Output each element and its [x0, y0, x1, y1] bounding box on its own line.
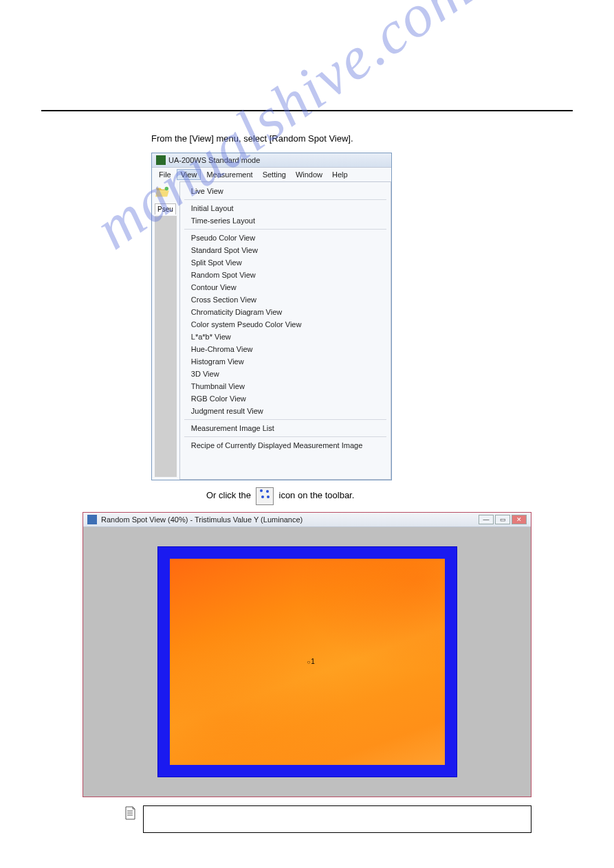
menu-bar: File View Measurement Setting Window Hel… [152, 168, 391, 181]
random-spot-toolbar-icon[interactable] [256, 487, 274, 505]
minimize-button[interactable]: — [479, 515, 494, 524]
dd-color-system-pseudo-color-view[interactable]: Color system Pseudo Color View [180, 318, 391, 331]
rsv-outer-frame: 1 [157, 546, 457, 777]
toolbar-text-before: Or click the [206, 490, 254, 500]
menu-help[interactable]: Help [328, 169, 352, 180]
dd-initial-layout[interactable]: Initial Layout [180, 202, 391, 214]
window-title: UA-200WS Standard mode [168, 156, 260, 164]
dd-histogram-view[interactable]: Histogram View [180, 355, 391, 368]
rsv-viewport: 1 [83, 527, 531, 797]
tab-pseudo[interactable]: Pseu [155, 203, 176, 214]
dd-measurement-image-list[interactable]: Measurement Image List [180, 422, 391, 434]
screenshot-view-menu: UA-200WS Standard mode File View Measure… [151, 153, 573, 480]
menu-setting[interactable]: Setting [259, 169, 290, 180]
app-icon [156, 155, 166, 165]
dd-pseudo-color-view[interactable]: Pseudo Color View [180, 232, 391, 244]
svg-point-3 [261, 496, 264, 498]
folder-open-icon[interactable] [155, 186, 170, 198]
toolbar-text-after: icon on the toolbar. [276, 490, 354, 500]
dd-rgb-color-view[interactable]: RGB Color View [180, 392, 391, 405]
rsv-title-bar: Random Spot View (40%) - Tristimulus Val… [83, 513, 531, 527]
svg-point-2 [266, 490, 269, 493]
svg-point-4 [267, 496, 270, 498]
toolbar-note: Or click the icon on the toolbar. [206, 487, 573, 505]
spot-marker-1[interactable]: 1 [307, 658, 315, 665]
dd-time-series-layout[interactable]: Time-series Layout [180, 214, 391, 227]
dd-lab-view[interactable]: L*a*b* View [180, 331, 391, 343]
rsv-window-title: Random Spot View (40%) - Tristimulus Val… [101, 515, 303, 524]
left-toolbar-strip: Pseu [152, 181, 179, 480]
dd-live-view[interactable]: Live View [180, 185, 391, 197]
dd-standard-spot-view[interactable]: Standard Spot View [180, 244, 391, 256]
screenshot-random-spot-view: Random Spot View (40%) - Tristimulus Val… [83, 512, 531, 797]
menu-measurement[interactable]: Measurement [202, 169, 256, 180]
svg-point-1 [260, 489, 263, 492]
dd-chromaticity-diagram-view[interactable]: Chromaticity Diagram View [180, 306, 391, 318]
menu-view[interactable]: View [177, 169, 201, 180]
menu-file[interactable]: File [155, 169, 175, 180]
dd-random-spot-view[interactable]: Random Spot View [180, 269, 391, 281]
intro-text: From the [View] menu, select [Random Spo… [151, 132, 573, 146]
window-title-bar: UA-200WS Standard mode [152, 153, 391, 168]
dd-recipe-currently-displayed[interactable]: Recipe of Currently Displayed Measuremen… [180, 439, 391, 452]
dd-judgment-result-view[interactable]: Judgment result View [180, 405, 391, 417]
dd-thumbnail-view[interactable]: Thumbnail View [180, 380, 391, 392]
memo-box [143, 805, 531, 833]
dd-hue-chroma-view[interactable]: Hue-Chroma View [180, 343, 391, 355]
maximize-button[interactable]: ▭ [495, 515, 510, 524]
menu-window[interactable]: Window [292, 169, 327, 180]
memo-icon [124, 805, 136, 821]
rsv-app-icon [87, 515, 97, 524]
dd-cross-section-view[interactable]: Cross Section View [180, 293, 391, 306]
dd-3d-view[interactable]: 3D View [180, 368, 391, 380]
view-dropdown-menu: Live View Initial Layout Time-series Lay… [179, 181, 391, 480]
svg-point-0 [165, 186, 168, 190]
dd-split-spot-view[interactable]: Split Spot View [180, 256, 391, 269]
dd-contour-view[interactable]: Contour View [180, 281, 391, 293]
header-rule [41, 110, 573, 111]
close-button[interactable]: ✕ [512, 515, 527, 524]
rsv-image-area[interactable]: 1 [170, 559, 445, 765]
